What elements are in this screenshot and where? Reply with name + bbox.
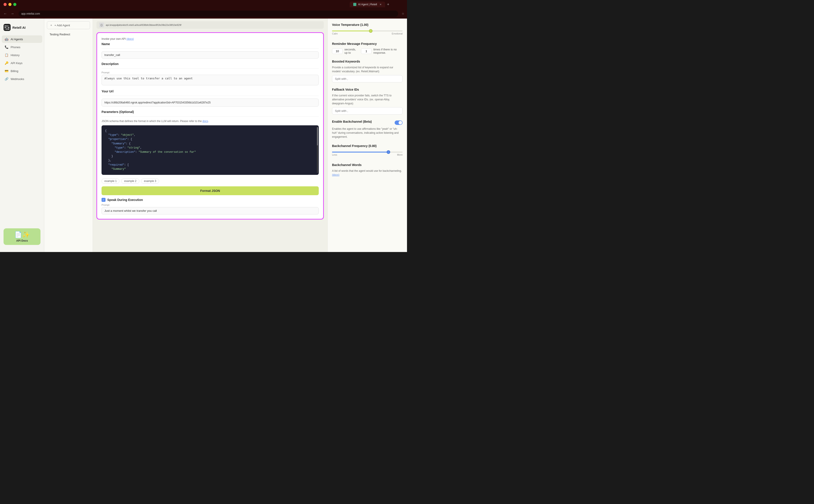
sidebar-item-phones[interactable]: 📞 Phones [2,43,42,51]
backchannel-toggle[interactable] [394,120,402,125]
freq-slider-thumb[interactable] [386,150,390,154]
freq-slider-fill [332,152,388,153]
example-tag-2[interactable]: example 2 [121,178,139,184]
sidebar-nav: 🤖 AI Agents 📞 Phones 📋 History 🔑 API Key… [0,35,44,83]
example-tag-3[interactable]: example 3 [141,178,159,184]
webhooks-icon: 🔗 [4,77,8,81]
boosted-keywords-input[interactable] [332,75,402,82]
traffic-lights [4,3,16,6]
json-scrollbar[interactable] [317,127,318,173]
address-text: app.retellai.com [21,12,40,15]
url-label: Your Url [101,90,319,93]
sidebar-item-webhooks[interactable]: 🔗 Webhooks [2,75,42,83]
editor-panel[interactable]: ⟨⟩ api.brwppdpktsnktcfl.retell.ai/tool/8… [93,19,327,252]
collapse-button[interactable]: ⟨⟩ [99,23,104,27]
voice-temp-slider[interactable]: Calm Emotional [332,29,402,37]
sidebar-item-history[interactable]: 📋 History [2,51,42,59]
name-section: Name [101,42,319,59]
invoke-api-text: Invoke your own API (docs) [101,37,319,40]
params-section: Parameters (Optional) JSON schema that d… [101,110,319,175]
reminder-times-input[interactable] [361,48,371,54]
backchannel-desc: Enables the agent to use affirmations li… [332,127,402,139]
example-tag-1[interactable]: example 1 [101,178,119,184]
fallback-voice-title: Fallback Voice IDs [332,88,402,91]
browser-toolbar: ← → app.retellai.com ☆ [0,9,407,19]
json-line: "type": "string", [105,146,315,150]
params-docs-link[interactable]: docs [202,120,208,123]
voice-temp-title: Voice Temperature (1.00) [332,23,402,27]
reminder-suffix-text: times if there is no response. [373,48,402,54]
json-line: "type": "object", [105,133,315,137]
json-line: "description": "Summary of the conversat… [105,150,315,154]
app: Retell AI 🤖 AI Agents 📞 Phones 📋 History… [0,19,407,252]
new-tab-button[interactable]: + [387,2,389,7]
format-json-button[interactable]: Format JSON [101,186,319,195]
tab-label: AI Agent | Retell [358,3,377,6]
reminder-section: Reminder Message Frequency seconds, up t… [332,42,402,54]
url-input[interactable] [101,99,319,107]
agent-panel: ＋ + Add Agent Testing Redirect [44,19,93,252]
backchannel-freq-section: Backchannel Frequency (0.80) Less More [332,144,402,158]
logo-dot [5,27,6,28]
backchannel-title: Enable Backchannel (Beta) [332,120,372,123]
logo-dot [8,25,9,27]
bookmark-icon[interactable]: ☆ [402,12,404,15]
backchannel-words-docs-link[interactable]: (docs) [332,173,339,176]
fallback-voice-input[interactable] [332,107,402,115]
speak-prompt-input[interactable] [101,207,319,214]
name-label: Name [101,42,319,46]
minimize-button[interactable] [8,3,11,6]
backchannel-freq-slider[interactable]: Less More [332,150,402,158]
freq-min-label: Less [332,153,337,156]
backchannel-words-title: Backchannel Words [332,163,402,167]
billing-icon: 💳 [4,69,8,73]
tab-bar: AI Agent | Retell ✕ + [350,0,389,9]
form-header-bar: ⟨⟩ api.brwppdpktsnktcfl.retell.ai/tool/8… [96,21,324,29]
maximize-button[interactable] [13,3,16,6]
api-docs-card[interactable]: 📄✨ API Docs [4,228,40,245]
browser-tab[interactable]: AI Agent | Retell ✕ [350,2,385,7]
json-editor[interactable]: { "type": "object", "properties": { "Sum… [101,125,319,175]
api-docs-label: API Docs [6,239,38,242]
tab-favicon [353,3,356,6]
fallback-voice-section: Fallback Voice IDs If the current voice … [332,88,402,115]
json-line: "Summary": { [105,142,315,146]
sidebar-item-label: API Keys [11,61,22,65]
sidebar-item-ai-agents[interactable]: 🤖 AI Agents [2,35,42,43]
toggle-thumb [398,121,402,124]
logo-dot [5,29,6,30]
address-bar[interactable]: app.retellai.com [19,11,398,17]
boosted-keywords-section: Boosted Keywords Provide a customized li… [332,60,402,82]
speak-during-checkbox[interactable]: ✓ [101,198,105,202]
slider-fill [332,31,371,31]
agent-list-item[interactable]: Testing Redirect [47,31,90,38]
history-icon: 📋 [4,53,8,57]
sidebar-item-api-keys[interactable]: 🔑 API Keys [2,59,42,67]
description-textarea[interactable]: Always use this tool to transfer a call … [101,75,319,85]
freq-max-label: More [397,153,402,156]
sidebar-item-billing[interactable]: 💳 Billing [2,67,42,75]
sidebar-item-label: AI Agents [11,38,23,41]
speak-during-row: ✓ Speak During Execution [101,198,319,202]
logo-dots [5,25,10,30]
json-line: "Summary" [105,167,315,171]
description-prompt-label: Prompt [101,71,319,74]
logo-dot [6,25,8,27]
tab-close-icon[interactable]: ✕ [379,3,381,6]
close-button[interactable] [4,3,7,6]
name-input[interactable] [101,51,319,59]
ai-agents-icon: 🤖 [4,37,8,41]
add-agent-icon: ＋ [50,23,53,27]
forward-button[interactable]: → [10,11,15,17]
reminder-up-to-text: seconds, up to [344,48,359,54]
add-agent-button[interactable]: ＋ + Add Agent [47,21,90,29]
backchannel-freq-title: Backchannel Frequency (0.80) [332,144,402,148]
reminder-seconds-input[interactable] [332,48,342,54]
boosted-keywords-desc: Provide a customized list of keywords to… [332,65,402,73]
params-label: Parameters (Optional) [101,110,319,114]
back-button[interactable]: ← [3,11,8,17]
slider-thumb[interactable] [369,29,372,33]
api-docs-icon: 📄✨ [6,231,38,238]
slider-labels: Calm Emotional [332,32,402,35]
invoke-api-docs-link[interactable]: (docs) [126,37,134,40]
